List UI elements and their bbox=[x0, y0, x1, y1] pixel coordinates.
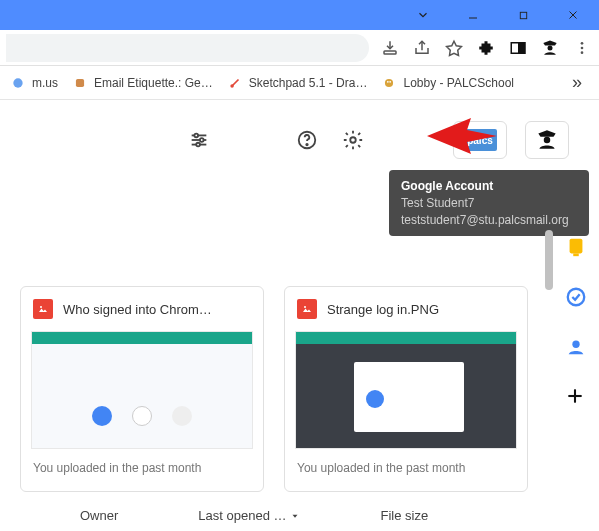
svg-rect-7 bbox=[519, 42, 525, 53]
svg-point-25 bbox=[306, 144, 307, 145]
org-logo-label: palcs bbox=[463, 129, 497, 151]
window-close-button[interactable] bbox=[553, 2, 593, 28]
svg-point-38 bbox=[304, 306, 306, 308]
page-content: palcs Google Account Test Student7 tests… bbox=[0, 100, 599, 531]
svg-point-14 bbox=[230, 84, 234, 88]
column-filesize[interactable]: File size bbox=[380, 508, 428, 523]
bookmarks-overflow-button[interactable]: » bbox=[565, 72, 589, 93]
favicon-icon bbox=[227, 75, 243, 91]
svg-point-16 bbox=[387, 80, 389, 82]
svg-rect-1 bbox=[520, 12, 526, 18]
browser-toolbar bbox=[0, 30, 599, 66]
side-panel bbox=[559, 236, 593, 408]
image-file-icon bbox=[297, 299, 317, 319]
file-thumbnail bbox=[295, 331, 517, 449]
file-card-list: Who signed into Chrom… You uploaded in t… bbox=[20, 286, 528, 492]
svg-point-22 bbox=[200, 138, 204, 142]
tooltip-name: Test Student7 bbox=[401, 195, 577, 212]
svg-point-8 bbox=[548, 45, 553, 50]
chevron-down-icon bbox=[290, 511, 300, 521]
column-sort-label: Last opened … bbox=[198, 508, 286, 523]
image-file-icon bbox=[33, 299, 53, 319]
bookmarks-bar: m.us Email Etiquette.: Ge… Sketchpad 5.1… bbox=[0, 66, 599, 100]
svg-point-9 bbox=[581, 42, 584, 45]
window-minimize-button[interactable] bbox=[453, 2, 493, 28]
bookmark-item[interactable]: Sketchpad 5.1 - Dra… bbox=[227, 75, 368, 91]
bookmark-item[interactable]: Lobby - PALCSchool bbox=[381, 75, 514, 91]
svg-point-10 bbox=[581, 46, 584, 49]
addons-plus-icon[interactable] bbox=[565, 386, 587, 408]
sidepanel-icon[interactable] bbox=[507, 37, 529, 59]
keep-icon[interactable] bbox=[565, 236, 587, 258]
browser-menu-icon[interactable] bbox=[571, 37, 593, 59]
favicon-icon bbox=[381, 75, 397, 91]
bookmark-label: Lobby - PALCSchool bbox=[403, 76, 514, 90]
help-icon[interactable] bbox=[293, 126, 321, 154]
list-column-headers: Owner Last opened … File size bbox=[80, 508, 539, 523]
file-thumbnail bbox=[31, 331, 253, 449]
svg-point-32 bbox=[572, 341, 579, 348]
settings-icon[interactable] bbox=[339, 126, 367, 154]
bookmark-label: m.us bbox=[32, 76, 58, 90]
tasks-icon[interactable] bbox=[565, 286, 587, 308]
column-sort[interactable]: Last opened … bbox=[198, 508, 300, 523]
svg-rect-4 bbox=[384, 51, 396, 54]
extensions-icon[interactable] bbox=[475, 37, 497, 59]
svg-point-15 bbox=[385, 78, 393, 86]
svg-marker-37 bbox=[303, 309, 311, 313]
window-titlebar bbox=[0, 0, 599, 30]
svg-point-21 bbox=[194, 134, 198, 138]
favicon-icon bbox=[10, 75, 26, 91]
svg-marker-35 bbox=[39, 309, 47, 313]
file-title: Who signed into Chrom… bbox=[63, 302, 251, 317]
file-title: Strange log in.PNG bbox=[327, 302, 515, 317]
favicon-icon bbox=[72, 75, 88, 91]
bookmark-label: Email Etiquette.: Ge… bbox=[94, 76, 213, 90]
window-maximize-button[interactable] bbox=[503, 2, 543, 28]
bookmark-item[interactable]: Email Etiquette.: Ge… bbox=[72, 75, 213, 91]
bookmark-label: Sketchpad 5.1 - Dra… bbox=[249, 76, 368, 90]
svg-rect-13 bbox=[76, 78, 84, 86]
account-tooltip: Google Account Test Student7 teststudent… bbox=[389, 170, 589, 236]
browser-profile-icon[interactable] bbox=[539, 37, 561, 59]
svg-point-17 bbox=[390, 80, 392, 82]
file-subtitle: You uploaded in the past month bbox=[21, 449, 263, 487]
file-card[interactable]: Who signed into Chrom… You uploaded in t… bbox=[20, 286, 264, 492]
install-icon[interactable] bbox=[379, 37, 401, 59]
svg-point-36 bbox=[40, 306, 42, 308]
svg-point-27 bbox=[544, 137, 551, 144]
star-icon[interactable] bbox=[443, 37, 465, 59]
svg-marker-39 bbox=[293, 514, 298, 517]
share-icon[interactable] bbox=[411, 37, 433, 59]
svg-marker-5 bbox=[447, 41, 462, 55]
file-card[interactable]: Strange log in.PNG You uploaded in the p… bbox=[284, 286, 528, 492]
tooltip-title: Google Account bbox=[401, 178, 577, 195]
account-avatar-button[interactable] bbox=[525, 121, 569, 159]
svg-point-12 bbox=[13, 78, 22, 87]
svg-rect-29 bbox=[570, 239, 583, 254]
scrollbar-thumb[interactable] bbox=[545, 230, 553, 290]
svg-rect-30 bbox=[573, 253, 579, 256]
tune-icon[interactable] bbox=[185, 126, 213, 154]
bookmark-item[interactable]: m.us bbox=[10, 75, 58, 91]
tab-dropdown-button[interactable] bbox=[403, 2, 443, 28]
svg-point-23 bbox=[196, 143, 200, 147]
omnibox[interactable] bbox=[6, 34, 369, 62]
drive-top-controls: palcs bbox=[0, 118, 569, 162]
contacts-icon[interactable] bbox=[565, 336, 587, 358]
svg-point-11 bbox=[581, 51, 584, 54]
org-logo[interactable]: palcs bbox=[453, 121, 507, 159]
svg-point-26 bbox=[350, 137, 356, 143]
file-subtitle: You uploaded in the past month bbox=[285, 449, 527, 487]
tooltip-email: teststudent7@stu.palcsmail.org bbox=[401, 212, 577, 229]
column-owner[interactable]: Owner bbox=[80, 508, 118, 523]
